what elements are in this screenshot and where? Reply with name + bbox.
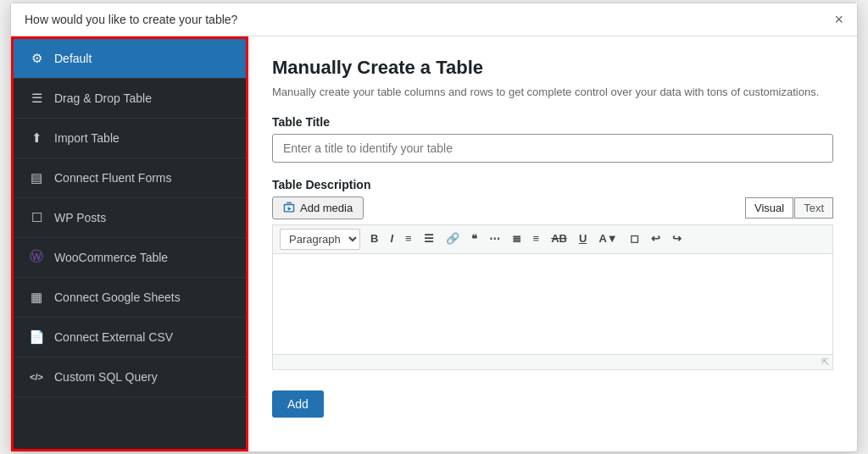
dialog-body: ⚙ Default ☰ Drag & Drop Table ⬆ Import T… (11, 36, 857, 451)
sidebar-item-default[interactable]: ⚙ Default (14, 39, 246, 79)
sidebar-item-external-csv[interactable]: 📄 Connect External CSV (14, 318, 246, 357)
add-button[interactable]: Add (272, 390, 324, 418)
undo-button[interactable]: ↩ (646, 229, 665, 249)
sidebar-item-woo-label: WooCommerce Table (54, 251, 168, 264)
sidebar-item-fluent-forms[interactable]: ▤ Connect Fluent Forms (14, 158, 246, 198)
align-center-button[interactable]: ≣ (507, 229, 526, 249)
link-button[interactable]: 🔗 (441, 229, 465, 249)
gear-icon: ⚙ (29, 51, 44, 66)
sidebar-item-google-sheets[interactable]: ▦ Connect Google Sheets (14, 278, 246, 318)
sidebar: ⚙ Default ☰ Drag & Drop Table ⬆ Import T… (11, 36, 248, 451)
dialog-container: How would you like to create your table?… (10, 3, 858, 452)
page-subtitle: Manually create your table columns and r… (272, 86, 833, 98)
drag-drop-icon: ☰ (29, 91, 44, 106)
editor-resize-handle[interactable]: ⇱ (272, 355, 833, 370)
table-description-section: Table Description Add media Visual Text (272, 178, 833, 370)
sidebar-item-drag-drop[interactable]: ☰ Drag & Drop Table (14, 79, 246, 119)
clear-format-button[interactable]: ◻ (625, 229, 644, 249)
text-tab[interactable]: Text (794, 197, 833, 219)
google-sheets-icon: ▦ (29, 290, 44, 305)
editor-tabs: Visual Text (745, 197, 833, 219)
table-desc-label: Table Description (272, 178, 833, 191)
ul-button[interactable]: ≡ (400, 229, 417, 249)
visual-tab[interactable]: Visual (745, 197, 793, 219)
sidebar-item-wp-posts-label: WP Posts (54, 211, 106, 224)
dialog-header: How would you like to create your table?… (11, 3, 857, 36)
editor-top-bar: Add media Visual Text (272, 197, 833, 219)
align-left-button[interactable]: ⋯ (484, 229, 505, 249)
sql-icon: </> (29, 369, 44, 385)
redo-button[interactable]: ↪ (667, 229, 687, 249)
bold-button[interactable]: B (365, 229, 383, 249)
svg-marker-1 (288, 207, 292, 210)
fluent-forms-icon: ▤ (29, 170, 44, 185)
sidebar-item-sql-label: Custom SQL Query (54, 370, 158, 384)
csv-icon: 📄 (29, 329, 44, 345)
table-title-label: Table Title (272, 115, 833, 129)
add-media-label: Add media (300, 202, 353, 214)
paragraph-select[interactable]: Paragraph (280, 229, 360, 250)
sidebar-item-import-label: Import Table (54, 131, 120, 145)
blockquote-button[interactable]: ❝ (466, 229, 482, 249)
sidebar-item-fluent-label: Connect Fluent Forms (54, 171, 172, 185)
page-title: Manually Create a Table (272, 57, 833, 79)
sidebar-item-drag-drop-label: Drag & Drop Table (54, 91, 152, 105)
add-media-button[interactable]: Add media (272, 197, 364, 219)
sidebar-item-sheets-label: Connect Google Sheets (54, 291, 181, 304)
align-right-button[interactable]: ≡ (528, 229, 545, 249)
ol-button[interactable]: ☰ (419, 229, 439, 249)
text-color-button[interactable]: A▼ (593, 229, 622, 249)
sidebar-item-wp-posts[interactable]: ☐ WP Posts (14, 198, 246, 238)
sidebar-item-import-table[interactable]: ⬆ Import Table (14, 119, 246, 158)
woocommerce-icon: Ⓦ (29, 250, 44, 265)
sidebar-item-csv-label: Connect External CSV (54, 330, 173, 344)
close-button[interactable]: × (834, 12, 843, 27)
sidebar-item-default-label: Default (54, 52, 92, 65)
dialog-title: How would you like to create your table? (25, 13, 237, 26)
editor-toolbar: Paragraph B I ≡ ☰ 🔗 ❝ ⋯ ≣ ≡ AB U A▼ ◻ ↩ (272, 224, 833, 253)
wp-posts-icon: ☐ (29, 210, 44, 225)
table-title-input[interactable] (272, 134, 833, 163)
import-icon: ⬆ (29, 130, 44, 146)
add-media-icon (283, 202, 295, 213)
underline-button[interactable]: U (574, 229, 592, 249)
editor-content-area[interactable] (272, 253, 833, 355)
sidebar-item-woocommerce[interactable]: Ⓦ WooCommerce Table (14, 238, 246, 278)
italic-button[interactable]: I (385, 229, 398, 249)
main-content-area: Manually Create a Table Manually create … (248, 36, 857, 451)
strikethrough-button[interactable]: AB (546, 229, 572, 249)
sidebar-item-custom-sql[interactable]: </> Custom SQL Query (14, 357, 246, 397)
